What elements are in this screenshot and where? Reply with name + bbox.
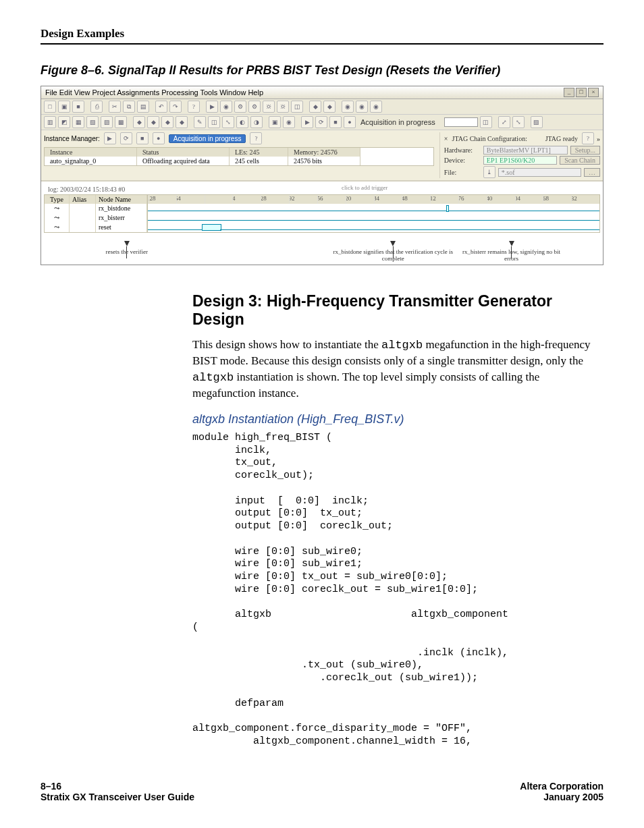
company-name: Altera Corporation — [520, 781, 603, 792]
build2-icon[interactable]: ⛭ — [277, 101, 289, 113]
tool-d-icon[interactable]: ◉ — [356, 101, 368, 113]
repeat-icon[interactable]: ⟳ — [315, 116, 327, 128]
tool-c-icon[interactable]: ◉ — [342, 101, 354, 113]
sig-name-rx-bistdone[interactable]: rx_bistdone — [96, 204, 147, 213]
window-titlebar: File Edit View Project Assignments Proce… — [41, 86, 603, 99]
instance-manager-panel: Instance Manager: ▶ ⟳ ■ ● Acquisition in… — [41, 130, 603, 181]
tl2-l-icon[interactable]: ◫ — [208, 116, 220, 128]
help-icon[interactable]: ? — [188, 101, 200, 113]
cut-icon[interactable]: ✂ — [109, 101, 121, 113]
tool-e-icon[interactable]: ◉ — [370, 101, 382, 113]
gear-alt-icon[interactable]: ⚙ — [248, 101, 261, 113]
jtag-help-icon[interactable]: ? — [582, 132, 594, 144]
tl2-j-icon[interactable]: ◆ — [176, 116, 188, 128]
th-node-name: Node Name — [96, 195, 147, 204]
tool-a-icon[interactable]: ◆ — [309, 101, 321, 113]
jtag-collapse-icon[interactable]: » — [597, 135, 600, 142]
copy-icon[interactable]: ⧉ — [123, 101, 135, 113]
tl2-q-icon[interactable]: ◉ — [283, 116, 295, 128]
tl2-c-icon[interactable]: ▦ — [72, 116, 84, 128]
scan-chain-button[interactable]: Scan Chain — [560, 156, 600, 165]
para-text: This design shows how to instantiate the — [192, 338, 381, 351]
stop-icon[interactable]: ■ — [329, 116, 342, 128]
acq-progress-text: Acquisition in progress — [358, 118, 438, 126]
tl2-d-icon[interactable]: ▧ — [86, 116, 99, 128]
paste-icon[interactable]: ▤ — [137, 101, 149, 113]
tl2-r-icon[interactable]: ◫ — [480, 116, 492, 128]
window-maximize-icon[interactable]: □ — [576, 88, 587, 97]
im-help-icon[interactable]: ? — [250, 132, 262, 144]
tl2-f-icon[interactable]: ▩ — [115, 116, 127, 128]
sig-name-rx-bisterr[interactable]: rx_bisterr — [96, 213, 147, 223]
chip-icon[interactable]: ◫ — [291, 101, 303, 113]
tl2-p-icon[interactable]: ▣ — [269, 116, 281, 128]
tick-label: 576 — [458, 195, 464, 202]
im-status-pill: Acquisition in progress — [169, 134, 246, 143]
play-icon[interactable]: ▶ — [301, 116, 313, 128]
callout-bistdone: rx_bistdone signifies that the verificat… — [328, 248, 458, 262]
file-value[interactable]: *.sof — [498, 168, 581, 177]
page-number: 8–16 — [41, 781, 194, 792]
tool-b-icon[interactable]: ◆ — [323, 101, 336, 113]
tick-label: 64 — [232, 195, 235, 202]
tl2-k-icon[interactable]: ✎ — [194, 116, 206, 128]
new-file-icon[interactable]: □ — [44, 101, 56, 113]
tick-label: 448 — [402, 195, 408, 202]
sig-alias[interactable] — [70, 204, 96, 213]
im-play-icon[interactable]: ▶ — [104, 132, 116, 144]
hw-setup-button[interactable]: Setup... — [570, 146, 600, 155]
para-text: instantiation is shown. The top level si… — [192, 370, 539, 399]
file-browse-button[interactable]: … — [584, 168, 600, 177]
tick-label: 704 — [515, 195, 521, 202]
sig-alias[interactable] — [70, 223, 96, 232]
undo-icon[interactable]: ↶ — [155, 101, 167, 113]
tl2-b-icon[interactable]: ◩ — [58, 116, 70, 128]
im-stop-icon[interactable]: ■ — [136, 132, 149, 144]
tl2-m-icon[interactable]: ⤡ — [222, 116, 234, 128]
run-icon[interactable]: ▶ — [206, 101, 218, 113]
tl2-t-icon[interactable]: ⤡ — [512, 116, 525, 128]
th-type: Type — [45, 195, 70, 204]
file-label: File: — [444, 169, 481, 176]
sig-type-icon: ⤳ — [45, 223, 70, 232]
device-value[interactable]: EP1 EP1S60/K20 — [483, 156, 557, 165]
tick-label: 384 — [374, 195, 380, 202]
open-file-icon[interactable]: ▣ — [58, 101, 70, 113]
save-file-icon[interactable]: ■ — [72, 101, 84, 113]
tl2-s-icon[interactable]: ⤢ — [498, 116, 510, 128]
tl2-n-icon[interactable]: ◐ — [236, 116, 248, 128]
design3-heading: Design 3: High-Frequency Transmitter Gen… — [192, 292, 603, 329]
window-close-icon[interactable]: × — [588, 88, 599, 97]
tl2-i-icon[interactable]: ◆ — [161, 116, 173, 128]
file-icon[interactable]: ⤓ — [483, 166, 495, 178]
tl2-e-icon[interactable]: ▨ — [101, 116, 113, 128]
jtag-panel-close-icon[interactable]: × — [444, 135, 448, 142]
im-loop-icon[interactable]: ⟳ — [120, 132, 132, 144]
window-minimize-icon[interactable]: _ — [564, 88, 574, 97]
jtag-heading: JTAG Chain Configuration: — [452, 135, 527, 142]
tl2-g-icon[interactable]: ◆ — [133, 116, 145, 128]
signaltap-screenshot: File Edit View Project Assignments Proce… — [41, 86, 603, 265]
tl2-h-icon[interactable]: ◆ — [147, 116, 159, 128]
print-icon[interactable]: ⎙ — [90, 101, 103, 113]
small-dropdown[interactable] — [444, 117, 478, 127]
sig-alias[interactable] — [70, 213, 96, 223]
gear-icon[interactable]: ⚙ — [234, 101, 246, 113]
im-rec-icon[interactable]: ● — [153, 132, 165, 144]
redo-icon[interactable]: ↷ — [169, 101, 182, 113]
build-icon[interactable]: ⛭ — [263, 101, 275, 113]
hw-value[interactable]: ByteBlasterMV [LPT1] — [483, 146, 568, 155]
im-td-instance[interactable]: auto_signaltap_0 — [45, 157, 137, 165]
doc-title: Stratix GX Transceiver User Guide — [41, 792, 194, 802]
tl2-u-icon[interactable]: ▧ — [531, 116, 543, 128]
toolbar-row-1: □ ▣ ■ ⎙ ✂ ⧉ ▤ ↶ ↷ ? ▶ ◉ ⚙ ⚙ ⛭ ⛭ ◫ ◆ ◆ — [41, 99, 603, 115]
sig-name-reset[interactable]: reset — [96, 223, 147, 232]
record-icon[interactable]: ● — [344, 116, 356, 128]
tl2-o-icon[interactable]: ◑ — [250, 116, 263, 128]
tl2-a-icon[interactable]: ▥ — [44, 116, 56, 128]
doc-date: January 2005 — [520, 792, 603, 802]
add-trigger-hint[interactable]: click to add trigger — [129, 184, 600, 194]
stop-red-icon[interactable]: ◉ — [220, 101, 232, 113]
verilog-code-block: module high_freq_BIST ( inclk, tx_out, c… — [192, 432, 603, 748]
tick-label: 256 — [317, 195, 323, 202]
